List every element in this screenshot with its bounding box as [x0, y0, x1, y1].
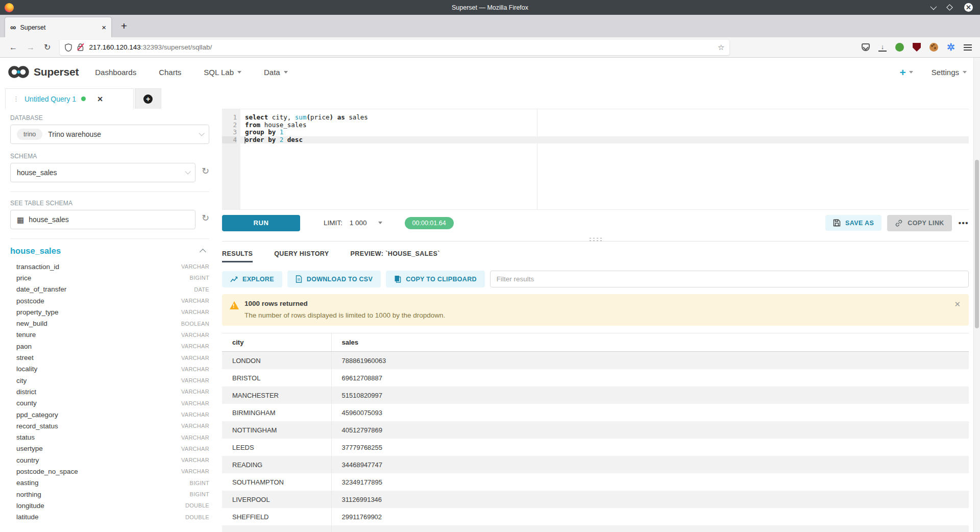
new-tab-button[interactable]: +: [116, 18, 132, 34]
nav-dashboards[interactable]: Dashboards: [95, 68, 136, 77]
table-name-heading[interactable]: house_sales: [10, 246, 61, 256]
browser-tab-superset[interactable]: ∞ Superset ×: [5, 17, 111, 37]
schema-column-row[interactable]: postcode_no_spaceVARCHAR: [10, 466, 209, 477]
insecure-lock-icon[interactable]: [77, 43, 84, 51]
schema-column-row[interactable]: priceBIGINT: [10, 272, 209, 283]
pane-drag-handle-icon[interactable]: [588, 237, 603, 241]
warning-close-icon[interactable]: ✕: [954, 300, 961, 309]
download-csv-button[interactable]: DOWNLOAD TO CSV: [287, 271, 381, 287]
tab-close-icon[interactable]: ×: [102, 23, 106, 32]
cookie-extension-icon[interactable]: [929, 43, 938, 52]
copy-link-button[interactable]: COPY LINK: [887, 215, 951, 231]
column-name: postcode: [16, 297, 44, 305]
reload-icon[interactable]: ↻: [44, 43, 51, 52]
page-scrollbar[interactable]: [973, 58, 980, 532]
schema-column-row[interactable]: postcodeVARCHAR: [10, 295, 209, 306]
forward-icon[interactable]: →: [27, 43, 35, 52]
schema-select[interactable]: house_sales: [10, 163, 195, 182]
back-icon[interactable]: ←: [9, 43, 17, 52]
more-options-icon[interactable]: •••: [959, 219, 969, 227]
code-line[interactable]: order by 2 desc: [240, 136, 969, 144]
code-line[interactable]: group by 1: [240, 129, 969, 136]
database-select[interactable]: trino Trino warehouse: [10, 125, 209, 144]
new-item-button[interactable]: +: [900, 67, 913, 78]
table-row: SOUTHAMPTON32349177895: [222, 473, 969, 491]
query-tab-active[interactable]: ⋮ Untitled Query 1 ✕: [5, 88, 134, 109]
tab-query-history[interactable]: QUERY HISTORY: [274, 250, 329, 262]
nav-data[interactable]: Data: [264, 68, 288, 77]
add-query-tab-button[interactable]: +: [135, 88, 161, 109]
minimize-icon[interactable]: [930, 4, 937, 10]
editor-code[interactable]: select city, sum(price) as salesfrom hou…: [240, 109, 969, 209]
refresh-table-icon[interactable]: ↻: [202, 213, 209, 223]
table-cell: 40512797869: [331, 421, 969, 439]
run-button[interactable]: RUN: [222, 215, 300, 231]
save-as-button[interactable]: SAVE AS: [825, 215, 881, 231]
schema-column-row[interactable]: record_statusVARCHAR: [10, 420, 209, 431]
schema-column-row[interactable]: paonVARCHAR: [10, 341, 209, 352]
nav-charts[interactable]: Charts: [159, 68, 181, 77]
pane-divider[interactable]: [222, 241, 969, 241]
table-cell: 29142071716: [331, 525, 969, 532]
limit-dropdown[interactable]: LIMIT: 1 000: [324, 219, 382, 227]
schema-column-row[interactable]: new_buildBOOLEAN: [10, 318, 209, 329]
table-cell: 69612708887: [331, 369, 969, 386]
copy-clipboard-button[interactable]: COPY TO CLIPBOARD: [386, 271, 485, 287]
save-icon: [833, 219, 841, 227]
code-line[interactable]: select city, sum(price) as sales: [240, 114, 969, 122]
pocket-icon[interactable]: [862, 43, 870, 51]
schema-column-row[interactable]: northingBIGINT: [10, 489, 209, 500]
schema-column-row[interactable]: streetVARCHAR: [10, 352, 209, 363]
maximize-icon[interactable]: [946, 4, 953, 11]
tab-preview-table[interactable]: PREVIEW: `HOUSE_SALES`: [351, 250, 440, 262]
ublock-icon[interactable]: [913, 43, 921, 52]
chart-icon: [230, 276, 238, 283]
column-type: VARCHAR: [181, 468, 209, 474]
table-cell: SHEFFIELD: [222, 508, 331, 525]
nav-sql-lab[interactable]: SQL Lab: [204, 68, 241, 77]
downloads-icon[interactable]: ↓: [878, 43, 887, 52]
column-name: new_build: [16, 320, 47, 327]
results-column-header[interactable]: sales: [331, 333, 969, 352]
schema-column-row[interactable]: tenureVARCHAR: [10, 329, 209, 341]
extension-icon[interactable]: ✲: [947, 42, 955, 52]
settings-menu[interactable]: Settings: [932, 68, 967, 77]
schema-column-row[interactable]: latitudeDOUBLE: [10, 512, 209, 523]
bookmark-star-icon[interactable]: ☆: [718, 43, 724, 52]
explore-button[interactable]: EXPLORE: [222, 271, 282, 287]
menu-hamburger-icon[interactable]: [964, 44, 972, 51]
schema-column-row[interactable]: eastingBIGINT: [10, 477, 209, 489]
schema-column-row[interactable]: districtVARCHAR: [10, 386, 209, 397]
schema-column-row[interactable]: longitudeDOUBLE: [10, 500, 209, 511]
url-bar[interactable]: 217.160.120.143:32393/superset/sqllab/ ☆: [60, 40, 729, 55]
superset-brand[interactable]: Superset: [7, 64, 79, 80]
column-type: BOOLEAN: [181, 321, 209, 327]
collapse-chevron-icon[interactable]: [200, 249, 206, 255]
schema-column-row[interactable]: ppd_categoryVARCHAR: [10, 409, 209, 420]
drag-handle-icon[interactable]: ⋮: [13, 95, 19, 103]
sql-editor[interactable]: 1234 select city, sum(price) as salesfro…: [222, 109, 969, 209]
tab-results[interactable]: RESULTS: [222, 250, 253, 262]
column-type: VARCHAR: [181, 389, 209, 395]
schema-column-row[interactable]: property_typeVARCHAR: [10, 306, 209, 318]
schema-column-row[interactable]: countryVARCHAR: [10, 454, 209, 466]
schema-column-row[interactable]: date_of_transferDATE: [10, 284, 209, 295]
table-select[interactable]: ▦ house_sales: [10, 210, 195, 229]
table-cell: NOTTINGHAM: [222, 421, 331, 439]
column-type: VARCHAR: [181, 400, 209, 406]
schema-column-row[interactable]: countyVARCHAR: [10, 398, 209, 409]
results-column-header[interactable]: city: [222, 333, 331, 352]
filter-results-input[interactable]: [490, 271, 969, 287]
close-icon[interactable]: ✕: [964, 3, 973, 12]
schema-column-row[interactable]: localityVARCHAR: [10, 364, 209, 375]
query-tab-close-icon[interactable]: ✕: [97, 95, 103, 103]
scrollbar-thumb[interactable]: [975, 160, 979, 328]
schema-column-row[interactable]: statusVARCHAR: [10, 431, 209, 443]
shield-permissions-icon[interactable]: [65, 43, 72, 52]
privacy-badger-icon[interactable]: [895, 43, 904, 52]
code-line[interactable]: from house_sales: [240, 122, 969, 129]
schema-column-row[interactable]: usertypeVARCHAR: [10, 443, 209, 454]
schema-column-row[interactable]: transaction_idVARCHAR: [10, 261, 209, 272]
schema-column-row[interactable]: cityVARCHAR: [10, 375, 209, 386]
refresh-schema-icon[interactable]: ↻: [202, 166, 209, 176]
